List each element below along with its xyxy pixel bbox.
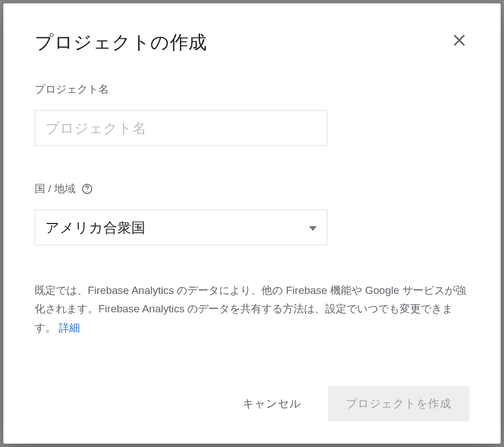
close-icon xyxy=(451,32,467,50)
close-button[interactable] xyxy=(449,30,469,52)
project-name-field-group: プロジェクト名 xyxy=(35,82,469,146)
description-text: 既定では、Firebase Analytics のデータにより、他の Fireb… xyxy=(35,284,466,334)
chevron-down-icon xyxy=(309,220,317,236)
country-region-selected-value: アメリカ合衆国 xyxy=(45,218,145,237)
dialog-footer: キャンセル プロジェクトを作成 xyxy=(35,386,469,421)
country-region-select-wrapper: アメリカ合衆国 xyxy=(35,210,327,245)
svg-point-3 xyxy=(87,191,87,192)
dialog-description: 既定では、Firebase Analytics のデータにより、他の Fireb… xyxy=(35,281,469,337)
country-region-label-text: 国 / 地域 xyxy=(35,182,75,196)
project-name-label: プロジェクト名 xyxy=(35,82,469,97)
dialog-title: プロジェクトの作成 xyxy=(35,30,207,55)
learn-more-link[interactable]: 詳細 xyxy=(59,322,80,334)
create-project-dialog: プロジェクトの作成 プロジェクト名 国 / 地域 xyxy=(3,3,501,444)
country-region-label: 国 / 地域 xyxy=(35,182,469,196)
country-region-select[interactable]: アメリカ合衆国 xyxy=(35,210,327,245)
project-name-input[interactable] xyxy=(35,110,327,146)
create-project-button[interactable]: プロジェクトを作成 xyxy=(328,386,469,421)
country-region-field-group: 国 / 地域 アメリカ合衆国 xyxy=(35,182,469,245)
cancel-button[interactable]: キャンセル xyxy=(231,389,312,418)
help-icon[interactable] xyxy=(81,183,93,195)
dialog-header: プロジェクトの作成 xyxy=(35,30,469,55)
